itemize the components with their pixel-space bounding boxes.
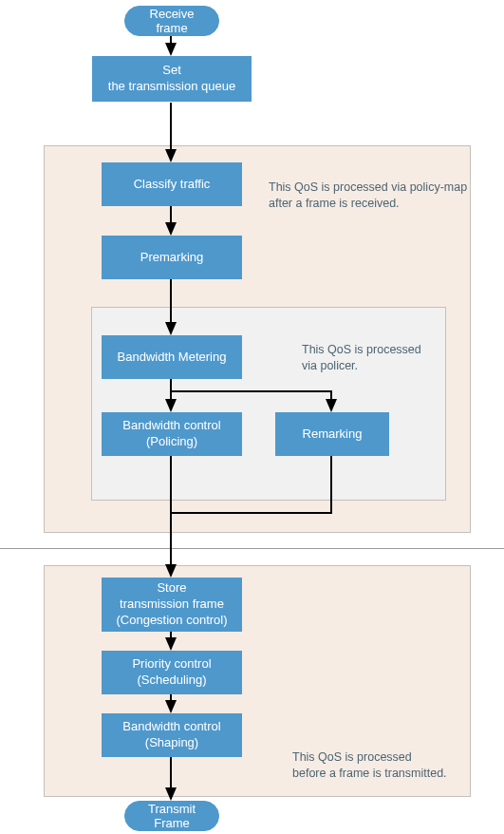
node-premarking: Premarking — [102, 236, 242, 279]
node-store-transmission-frame: Store transmission frame (Congestion con… — [102, 578, 242, 632]
label: Premarking — [140, 250, 203, 266]
text: This QoS is processed via policer. — [302, 343, 421, 372]
label: Transmit Frame — [140, 802, 203, 830]
label: Bandwidth control (Shaping) — [122, 719, 220, 751]
label: Receive frame — [140, 7, 203, 35]
label: Remarking — [303, 426, 363, 443]
note-before-transmit: This QoS is processed before a frame is … — [292, 733, 447, 782]
node-bandwidth-control-shaping: Bandwidth control (Shaping) — [102, 713, 242, 757]
node-priority-control-scheduling: Priority control (Scheduling) — [102, 651, 242, 694]
node-bandwidth-metering: Bandwidth Metering — [102, 335, 242, 379]
node-bandwidth-control-policing: Bandwidth control (Policing) — [102, 412, 242, 456]
text: This QoS is processed before a frame is … — [292, 750, 447, 780]
note-policy-map: This QoS is processed via policy-map aft… — [269, 163, 467, 212]
label: Bandwidth control (Policing) — [122, 418, 220, 450]
qos-flowchart: Receive frame Set the transmission queue… — [0, 0, 504, 834]
label: Classify traffic — [134, 177, 211, 193]
node-receive-frame: Receive frame — [124, 6, 219, 36]
node-classify-traffic: Classify traffic — [102, 162, 242, 206]
label: Store transmission frame (Congestion con… — [116, 580, 227, 629]
section-divider — [0, 548, 504, 549]
node-set-transmission-queue: Set the transmission queue — [92, 56, 252, 102]
label: Bandwidth Metering — [118, 350, 227, 366]
text: This QoS is processed via policy-map aft… — [269, 180, 467, 210]
node-remarking: Remarking — [275, 412, 389, 456]
note-policer: This QoS is processed via policer. — [302, 326, 421, 374]
node-transmit-frame: Transmit Frame — [124, 801, 219, 831]
label: Priority control (Scheduling) — [132, 656, 211, 689]
label: Set the transmission queue — [108, 63, 235, 95]
